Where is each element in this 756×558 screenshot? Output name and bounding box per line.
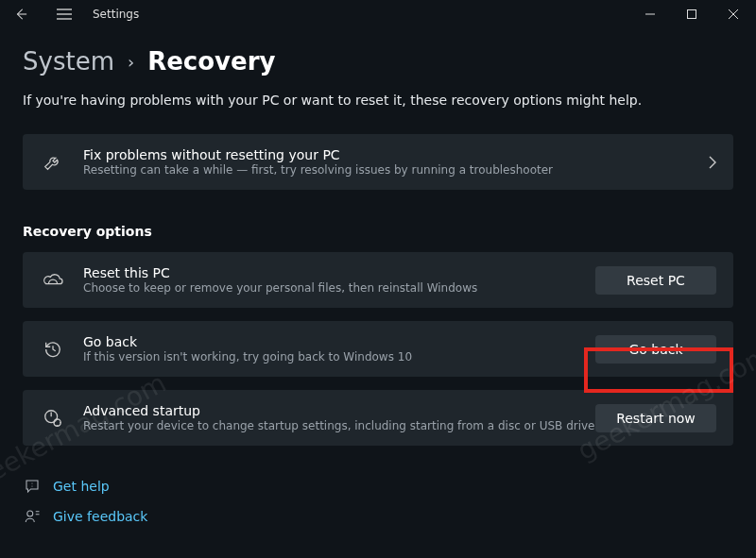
get-help-link[interactable]: Get help <box>23 478 733 495</box>
chevron-right-icon <box>709 156 716 169</box>
breadcrumb-current: Recovery <box>147 47 275 76</box>
window-title: Settings <box>93 8 139 21</box>
option-desc: Choose to keep or remove your personal f… <box>83 281 595 295</box>
reset-pc-button[interactable]: Reset PC <box>595 266 716 295</box>
page-subtitle: If you're having problems with your PC o… <box>23 93 733 108</box>
chat-help-icon <box>23 478 42 495</box>
feedback-icon <box>23 508 42 525</box>
link-text: Get help <box>53 479 110 494</box>
fix-desc: Resetting can take a while — first, try … <box>83 163 709 177</box>
option-title: Reset this PC <box>83 265 595 280</box>
link-text: Give feedback <box>53 509 147 524</box>
option-title: Go back <box>83 334 595 349</box>
section-header: Recovery options <box>23 224 733 239</box>
svg-point-8 <box>54 418 60 425</box>
chevron-right-icon: › <box>128 52 134 72</box>
minimize-button[interactable] <box>629 0 671 28</box>
go-back-button[interactable]: Go back <box>595 335 716 364</box>
wrench-icon <box>40 152 66 173</box>
fix-problems-card[interactable]: Fix problems without resetting your PC R… <box>23 134 733 190</box>
svg-rect-4 <box>688 10 696 19</box>
history-icon <box>40 339 66 360</box>
breadcrumb: System › Recovery <box>23 47 733 76</box>
option-go-back: Go back If this version isn't working, t… <box>23 321 733 377</box>
option-advanced-startup: Advanced startup Restart your device to … <box>23 390 733 446</box>
power-gear-icon <box>40 408 66 429</box>
help-links: Get help Give feedback <box>23 478 733 525</box>
restart-now-button[interactable]: Restart now <box>595 404 716 432</box>
option-desc: If this version isn't working, try going… <box>83 350 595 364</box>
cloud-reset-icon <box>40 271 66 290</box>
title-bar: Settings <box>0 0 756 28</box>
content-area: System › Recovery If you're having probl… <box>0 28 756 525</box>
breadcrumb-parent[interactable]: System <box>23 47 114 76</box>
back-button[interactable] <box>9 3 32 25</box>
option-desc: Restart your device to change startup se… <box>83 419 595 432</box>
option-title: Advanced startup <box>83 403 595 418</box>
close-button[interactable] <box>713 0 754 28</box>
menu-button[interactable] <box>53 3 76 25</box>
maximize-button[interactable] <box>671 0 713 28</box>
give-feedback-link[interactable]: Give feedback <box>23 508 733 525</box>
fix-title: Fix problems without resetting your PC <box>83 147 709 162</box>
svg-point-9 <box>27 511 33 516</box>
option-reset-pc: Reset this PC Choose to keep or remove y… <box>23 252 733 308</box>
